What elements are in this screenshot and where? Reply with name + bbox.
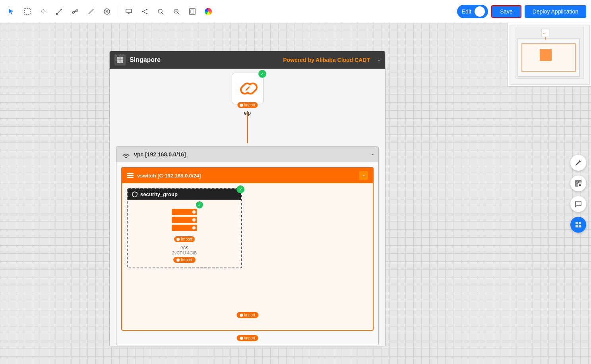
search-tool[interactable]: [154, 5, 167, 18]
svg-point-1: [56, 13, 58, 15]
ecs-bar-3: [172, 225, 197, 231]
edit-toggle[interactable]: Edit: [457, 5, 488, 18]
panel-body: ✓ Import eip: [110, 69, 385, 347]
svg-rect-39: [575, 222, 578, 224]
eip-check: ✓: [258, 70, 266, 78]
svg-rect-0: [25, 9, 30, 14]
svg-point-9: [158, 9, 162, 13]
svg-rect-36: [580, 184, 581, 185]
qr-fab[interactable]: [570, 175, 586, 191]
svg-rect-23: [117, 60, 120, 63]
deploy-button[interactable]: Deploy Application: [525, 5, 586, 18]
eip-node[interactable]: ✓ Import eip: [232, 73, 264, 116]
ecs-icon: ✓: [169, 204, 200, 235]
region-title: Singapore: [130, 56, 161, 64]
vswitch-panel: vswitch [C-192.168.0.0/24] -: [121, 167, 374, 331]
svg-rect-40: [579, 222, 581, 224]
vpc-icon: [121, 150, 131, 159]
svg-rect-20: [540, 49, 552, 61]
grid-fab[interactable]: [570, 217, 586, 233]
svg-rect-27: [127, 175, 134, 176]
vswitch-header: vswitch [C-192.168.0.0/24] -: [122, 168, 373, 183]
ecs-bar-1: [172, 209, 197, 215]
security-group-body: ✓ Import ecs 2vCPU 4GiB: [128, 200, 241, 268]
ecs-bars: [172, 209, 197, 231]
vpc-header: vpc [192.168.0.0/16] -: [116, 146, 378, 162]
ecs-import-badge: Import: [174, 236, 194, 242]
vswitch-icon: [127, 171, 134, 180]
svg-rect-37: [579, 185, 580, 186]
svg-rect-34: [576, 184, 577, 185]
eip-icon: ✓ Import: [232, 73, 264, 104]
singapore-collapse[interactable]: -: [378, 56, 380, 64]
toolbar-right: Edit Save Deploy Application: [457, 5, 586, 18]
vpc-title: vpc [192.168.0.0/16]: [134, 151, 186, 158]
line-tool[interactable]: [84, 5, 98, 18]
panel-header: Singapore Powered by Alibaba Cloud CADT …: [110, 51, 385, 69]
region-icon: [114, 54, 126, 65]
diagram-container: Singapore Powered by Alibaba Cloud CADT …: [109, 51, 388, 347]
ecs-node[interactable]: ✓ Import ecs 2vCPU 4GiB: [169, 204, 200, 263]
ecs-spec: 2vCPU 4GiB: [172, 250, 197, 255]
zoom-out-tool[interactable]: [170, 5, 183, 18]
svg-rect-35: [579, 184, 580, 185]
fit-tool[interactable]: [186, 5, 199, 18]
vpc-collapse[interactable]: -: [372, 151, 374, 158]
ecs-label: ecs: [180, 245, 188, 250]
vswitch-title: vswitch [C-192.168.0.0/24]: [137, 173, 201, 179]
eip-import-badge: Import: [237, 102, 258, 108]
select-tool[interactable]: [5, 5, 18, 18]
ecs-import-badge-2: Import: [173, 257, 195, 263]
svg-text:eip: eip: [543, 32, 546, 35]
ecs-check: ✓: [196, 201, 203, 208]
security-group-title: security_group: [140, 191, 178, 197]
svg-rect-11: [190, 9, 195, 14]
monitor-tool[interactable]: [122, 5, 136, 18]
svg-rect-5: [126, 9, 132, 13]
ecs-bar-2: [172, 217, 197, 223]
move-tool[interactable]: [37, 5, 50, 18]
edit-label: Edit: [462, 8, 471, 15]
svg-rect-26: [127, 173, 134, 174]
vpc-panel: vpc [192.168.0.0/16] - vswitch [C-192.16…: [116, 146, 379, 345]
svg-rect-38: [580, 185, 581, 186]
svg-rect-21: [117, 57, 120, 60]
svg-point-25: [125, 155, 127, 158]
share-tool[interactable]: [138, 5, 151, 18]
svg-rect-28: [127, 177, 134, 178]
chat-fab[interactable]: [570, 196, 586, 212]
connect-tool[interactable]: [52, 5, 66, 18]
separator-1: [118, 6, 118, 17]
right-sidebar: [570, 155, 586, 233]
powered-by: Powered by Alibaba Cloud CADT: [283, 57, 370, 63]
svg-rect-3: [75, 9, 78, 12]
security-group: security_group ✓: [127, 188, 242, 268]
security-group-check: ✓: [236, 185, 244, 193]
edit-fab[interactable]: [570, 155, 586, 171]
box-select-tool[interactable]: [21, 5, 34, 18]
toggle-circle: [475, 6, 485, 17]
vswitch-body: security_group ✓: [122, 183, 373, 330]
svg-rect-33: [579, 181, 581, 182]
svg-rect-41: [575, 225, 578, 227]
canvas[interactable]: eip Singapore Powered by Alibaba Cloud C…: [0, 23, 591, 364]
svg-point-6: [146, 9, 147, 10]
svg-rect-2: [72, 11, 75, 13]
security-group-header: security_group: [128, 189, 241, 200]
svg-rect-42: [579, 225, 581, 227]
link-tool[interactable]: [68, 5, 82, 18]
svg-rect-12: [191, 10, 194, 13]
singapore-panel: Singapore Powered by Alibaba Cloud CADT …: [109, 51, 386, 347]
toolbar: Edit Save Deploy Application: [0, 0, 591, 23]
vswitch-collapse[interactable]: -: [359, 171, 368, 180]
svg-point-7: [146, 13, 147, 14]
svg-rect-24: [120, 60, 123, 63]
svg-point-8: [142, 11, 143, 12]
minimap: eip: [508, 23, 591, 87]
palette-tool[interactable]: [202, 5, 215, 18]
vswitch-bottom-import: Import: [236, 312, 258, 318]
save-button[interactable]: Save: [491, 5, 521, 18]
svg-rect-22: [120, 57, 123, 60]
security-group-wrapper: security_group ✓: [127, 188, 242, 268]
delete-tool[interactable]: [100, 5, 114, 18]
